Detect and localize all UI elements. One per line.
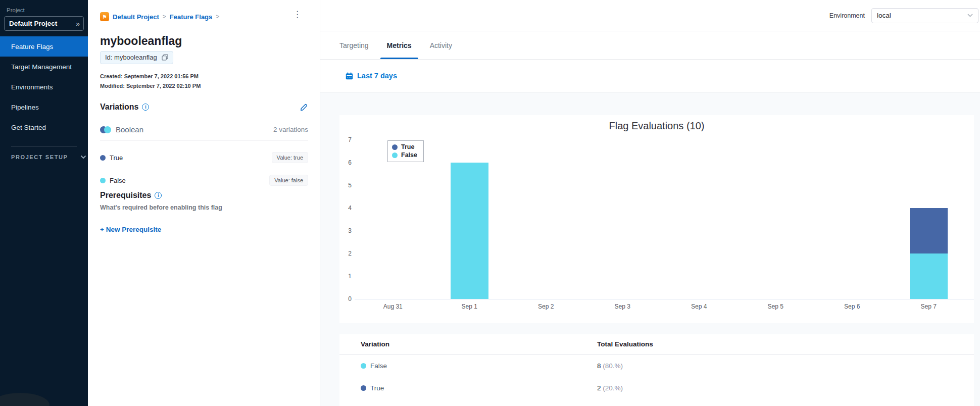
x-axis-label: Sep 1	[431, 303, 508, 310]
row-percent: (20.%)	[603, 384, 623, 392]
main-panel: Environment local Targeting Metrics Acti…	[320, 0, 980, 406]
breadcrumb-project-link[interactable]: Default Project	[113, 13, 159, 21]
metrics-content: Flag Evaluations (10) True False Aug 31S…	[320, 92, 980, 406]
variation-count: 2 variations	[273, 126, 308, 133]
metrics-toolbar: Last 7 days	[320, 60, 980, 92]
sidebar: Project Default Project » Feature Flags …	[0, 0, 88, 406]
x-axis-label: Aug 31	[355, 303, 431, 310]
row-total: 8 (80.%)	[597, 362, 974, 370]
date-range-picker[interactable]: Last 7 days	[346, 72, 397, 80]
true-variation-dot	[100, 155, 106, 161]
expand-sidebar-icon[interactable]: »	[76, 20, 79, 28]
y-axis-tick: 4	[339, 204, 352, 212]
x-axis-line	[355, 299, 974, 299]
breadcrumb-separator: >	[163, 13, 166, 20]
flag-evaluations-chart: Flag Evaluations (10) True False Aug 31S…	[339, 115, 974, 323]
x-axis-label: Sep 7	[891, 303, 967, 310]
sidebar-divider	[11, 146, 77, 146]
tab-activity[interactable]: Activity	[430, 31, 452, 59]
x-axis-label: Sep 3	[584, 303, 661, 310]
bar-segment-false	[910, 253, 948, 299]
boolean-type-icon	[100, 126, 111, 133]
row-variation-name: True	[370, 384, 384, 392]
feature-flag-logo-icon: ⚑	[100, 12, 109, 21]
project-selector-value: Default Project	[9, 20, 57, 27]
table-row: True 2 (20.%)	[339, 377, 974, 399]
variation-type-label: Boolean	[116, 125, 143, 134]
prerequisites-section: Prerequisites i What's required before e…	[100, 191, 308, 234]
date-range-label: Last 7 days	[357, 72, 397, 80]
y-axis-tick: 3	[339, 227, 352, 235]
variation-row-true: True Value: true	[100, 152, 308, 163]
chevron-down-icon	[967, 14, 973, 17]
calendar-icon	[346, 72, 353, 80]
variation-value-chip: Value: false	[269, 175, 308, 186]
variation-row-false: False Value: false	[100, 175, 308, 186]
x-axis-label: Sep 6	[814, 303, 891, 310]
row-variation-name: False	[370, 362, 387, 370]
tabs: Targeting Metrics Activity	[320, 31, 980, 60]
info-icon[interactable]: i	[142, 104, 149, 111]
x-axis-label: Sep 2	[508, 303, 584, 310]
breadcrumb-separator: >	[216, 13, 219, 20]
environment-label: Environment	[829, 12, 865, 19]
sidebar-item-feature-flags[interactable]: Feature Flags	[0, 36, 88, 57]
tab-metrics[interactable]: Metrics	[387, 31, 412, 59]
y-axis-tick: 5	[339, 181, 352, 189]
bar-segment-false	[451, 163, 488, 299]
flag-detail-panel: ⚑ Default Project > Feature Flags > ⋮ my…	[88, 0, 320, 406]
flag-created: Created: September 7, 2022 01:56 PM	[100, 72, 201, 81]
sidebar-nav: Feature Flags Target Management Environm…	[0, 36, 88, 137]
sidebar-item-get-started[interactable]: Get Started	[0, 117, 88, 137]
x-axis-label: Sep 4	[661, 303, 738, 310]
info-icon[interactable]: i	[155, 192, 162, 199]
sidebar-item-environments[interactable]: Environments	[0, 77, 88, 97]
false-variation-dot	[100, 178, 106, 183]
topbar: Environment local	[320, 0, 980, 31]
chevron-down-icon	[80, 155, 86, 159]
table-row: False 8 (80.%)	[339, 354, 974, 377]
project-setup-toggle[interactable]: PROJECT SETUP	[11, 154, 88, 160]
new-prerequisite-button[interactable]: + New Prerequisite	[100, 226, 161, 233]
flag-title: mybooleanflag	[100, 34, 182, 48]
breadcrumb-feature-flags-link[interactable]: Feature Flags	[170, 13, 213, 21]
true-variation-dot	[361, 385, 366, 391]
pencil-icon	[300, 103, 308, 112]
sidebar-item-pipelines[interactable]: Pipelines	[0, 97, 88, 117]
project-label: Project	[7, 7, 88, 13]
chart-plot: Aug 31Sep 1Sep 2Sep 3Sep 4Sep 5Sep 6Sep …	[355, 115, 967, 299]
flag-modified: Modified: September 7, 2022 02:10 PM	[100, 81, 201, 91]
variations-section: Variations i Boolean 2 variations	[100, 103, 308, 186]
prerequisites-heading: Prerequisites	[100, 191, 151, 200]
column-variation: Variation	[361, 340, 597, 348]
project-selector[interactable]: Default Project »	[4, 16, 84, 31]
false-variation-dot	[361, 363, 366, 369]
environment-select[interactable]: local	[871, 8, 978, 23]
breadcrumb: ⚑ Default Project > Feature Flags >	[100, 12, 219, 21]
bar-sep-1	[451, 163, 488, 299]
row-total: 2 (20.%)	[597, 384, 974, 392]
variation-value-chip: Value: true	[272, 152, 308, 163]
variation-name: True	[110, 154, 123, 162]
divider	[100, 140, 308, 140]
flag-options-menu-icon[interactable]: ⋮	[293, 10, 302, 19]
environment-value: local	[877, 12, 891, 19]
flag-dates: Created: September 7, 2022 01:56 PM Modi…	[100, 72, 201, 91]
prerequisites-description: What's required before enabling this fla…	[100, 204, 308, 211]
sidebar-item-target-management[interactable]: Target Management	[0, 57, 88, 77]
help-bubble[interactable]	[0, 393, 50, 406]
bar-segment-true	[910, 208, 948, 253]
y-axis-tick: 6	[339, 159, 352, 167]
edit-variations-button[interactable]	[300, 103, 308, 112]
variation-name: False	[110, 177, 126, 184]
tab-targeting[interactable]: Targeting	[339, 31, 369, 59]
table-header: Variation Total Evaluations	[339, 334, 974, 354]
project-setup-label: PROJECT SETUP	[11, 154, 68, 160]
y-axis-tick: 7	[339, 136, 352, 144]
flag-id-chip[interactable]: Id: mybooleanflag	[100, 51, 173, 64]
variations-heading: Variations	[100, 103, 138, 112]
column-total-evaluations: Total Evaluations	[597, 340, 974, 348]
bar-sep-7	[910, 208, 948, 299]
y-axis-tick: 1	[339, 272, 352, 280]
copy-icon[interactable]	[162, 54, 168, 61]
